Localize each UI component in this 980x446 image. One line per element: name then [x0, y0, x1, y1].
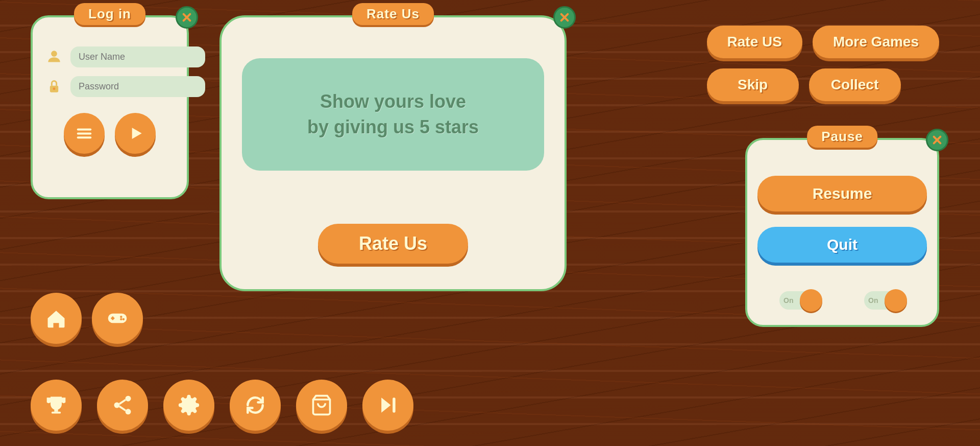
- toggle-1-label: On: [783, 296, 793, 304]
- svg-rect-5: [77, 136, 92, 138]
- pause-close-button[interactable]: [926, 129, 948, 151]
- rate-us-action-button[interactable]: Rate Us: [318, 224, 468, 264]
- svg-point-14: [126, 396, 131, 402]
- password-field-row: [43, 75, 177, 98]
- trophy-button[interactable]: [31, 380, 82, 431]
- rate-us-pill-button[interactable]: Rate US: [707, 26, 802, 58]
- rate-message-box: Show yours loveby giving us 5 stars: [242, 58, 544, 171]
- menu-button[interactable]: [64, 113, 105, 154]
- more-games-label: More Games: [833, 34, 919, 50]
- rate-message-text: Show yours loveby giving us 5 stars: [307, 89, 479, 140]
- svg-point-9: [120, 316, 122, 318]
- rate-us-close-button[interactable]: [553, 6, 576, 29]
- login-title-bar: Log in: [74, 3, 145, 25]
- right-bottom-row: Skip Collect: [707, 68, 939, 101]
- svg-rect-3: [77, 129, 92, 131]
- svg-point-2: [53, 87, 56, 90]
- collect-button[interactable]: Collect: [809, 68, 901, 101]
- gamepad-button[interactable]: [92, 293, 143, 344]
- play-button[interactable]: [115, 113, 156, 154]
- toggle-2-label: On: [868, 296, 878, 304]
- settings-button[interactable]: [163, 380, 214, 431]
- svg-point-15: [114, 403, 120, 408]
- svg-rect-4: [77, 132, 92, 134]
- share-button[interactable]: [97, 380, 148, 431]
- rate-us-pill-label: Rate US: [727, 34, 782, 50]
- next-button[interactable]: [362, 380, 413, 431]
- resume-button[interactable]: Resume: [757, 176, 927, 212]
- quit-label: Quit: [827, 236, 857, 253]
- bottom-icon-row: [31, 380, 413, 431]
- svg-rect-8: [112, 316, 114, 320]
- pause-panel: Pause Resume Quit On On: [745, 138, 939, 327]
- lock-icon: [43, 75, 65, 98]
- username-field-row: [43, 45, 177, 68]
- svg-point-0: [51, 51, 57, 57]
- svg-point-16: [126, 409, 131, 414]
- user-icon: [43, 45, 65, 68]
- svg-point-11: [120, 318, 122, 320]
- pause-title-bar: Pause: [807, 126, 877, 148]
- skip-label: Skip: [738, 77, 768, 92]
- password-input[interactable]: [70, 76, 205, 97]
- more-games-button[interactable]: More Games: [813, 26, 939, 58]
- left-icon-row: [31, 293, 143, 344]
- toggle-1-thumb: [800, 289, 822, 312]
- login-title: Log in: [88, 6, 131, 21]
- rate-us-button-label: Rate Us: [359, 233, 427, 254]
- collect-label: Collect: [831, 77, 878, 92]
- rate-us-panel: Rate Us Show yours loveby giving us 5 st…: [219, 15, 567, 291]
- refresh-button[interactable]: [230, 380, 281, 431]
- home-button[interactable]: [31, 293, 82, 344]
- rate-us-title-bar: Rate Us: [352, 3, 434, 25]
- toggle-2[interactable]: On: [864, 291, 905, 310]
- toggles-row: On On: [757, 291, 927, 310]
- svg-line-17: [119, 400, 126, 404]
- right-buttons-panel: Rate US More Games Skip Collect: [707, 26, 939, 101]
- toggle-1-track[interactable]: On: [779, 291, 820, 310]
- svg-rect-13: [52, 412, 61, 414]
- svg-point-10: [122, 318, 125, 320]
- right-top-row: Rate US More Games: [707, 26, 939, 58]
- toggle-2-track[interactable]: On: [864, 291, 905, 310]
- skip-button[interactable]: Skip: [707, 68, 799, 101]
- main-container: Log in: [0, 0, 980, 446]
- username-input[interactable]: [70, 46, 205, 67]
- pause-title: Pause: [821, 129, 863, 144]
- login-close-button[interactable]: [176, 6, 198, 29]
- svg-line-18: [119, 406, 126, 410]
- svg-rect-20: [393, 397, 396, 412]
- login-button-row: [33, 113, 187, 154]
- svg-rect-12: [54, 408, 58, 412]
- resume-label: Resume: [813, 185, 872, 202]
- toggle-1[interactable]: On: [779, 291, 820, 310]
- cart-button[interactable]: [296, 380, 347, 431]
- toggle-2-thumb: [885, 289, 907, 312]
- rate-us-title: Rate Us: [366, 6, 420, 21]
- quit-button[interactable]: Quit: [757, 227, 927, 263]
- login-panel: Log in: [31, 15, 189, 199]
